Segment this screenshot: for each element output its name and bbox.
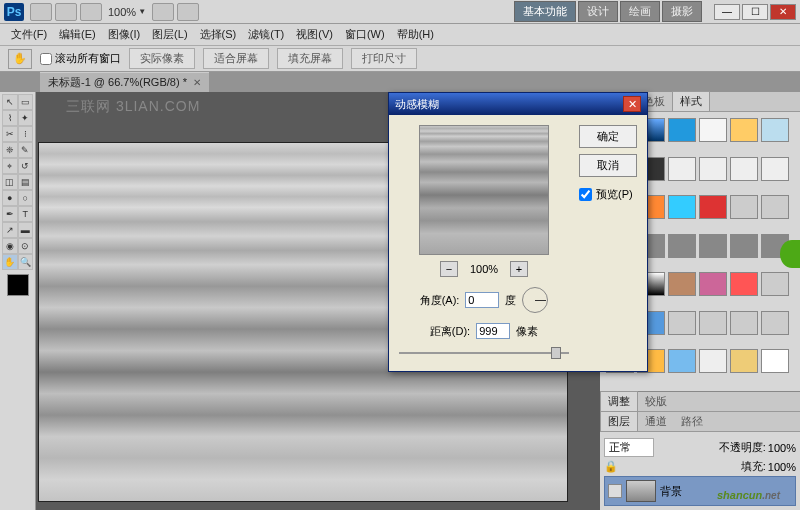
blend-mode-select[interactable]: 正常 [604,438,654,457]
style-swatch[interactable] [761,118,789,142]
style-swatch[interactable] [761,272,789,296]
maximize-button[interactable]: ☐ [742,4,768,20]
menu-window[interactable]: 窗口(W) [340,25,390,44]
actual-pixels-button[interactable]: 实际像素 [129,48,195,69]
style-swatch[interactable] [730,157,758,181]
hand-icon[interactable] [152,3,174,21]
style-swatch[interactable] [730,234,758,258]
foreground-color[interactable] [7,274,29,296]
distance-slider[interactable] [399,345,569,361]
close-button[interactable]: ✕ [770,4,796,20]
heal-tool[interactable]: ❈ [2,142,18,158]
preview-checkbox[interactable]: 预览(P) [579,187,637,202]
style-swatch[interactable] [730,349,758,373]
workspace-tab-photography[interactable]: 摄影 [662,1,702,22]
tab-layers[interactable]: 图层 [600,411,638,431]
style-swatch[interactable] [699,272,727,296]
stamp-tool[interactable]: ⌖ [2,158,18,174]
zoom-dropdown[interactable]: 100%▼ [108,6,146,18]
style-swatch[interactable] [668,311,696,335]
menu-file[interactable]: 文件(F) [6,25,52,44]
tab-styles[interactable]: 样式 [672,91,710,111]
ok-button[interactable]: 确定 [579,125,637,148]
cancel-button[interactable]: 取消 [579,154,637,177]
camera-tool[interactable]: ⊙ [18,238,34,254]
dialog-titlebar[interactable]: 动感模糊 ✕ [389,93,647,115]
style-swatch[interactable] [730,311,758,335]
hand-tool-icon[interactable]: ✋ [8,49,32,69]
filter-preview[interactable] [419,125,549,255]
style-swatch[interactable] [699,195,727,219]
style-swatch[interactable] [668,272,696,296]
close-icon[interactable]: ✕ [193,77,201,88]
crop-tool[interactable]: ✂ [2,126,18,142]
style-swatch[interactable] [730,272,758,296]
path-tool[interactable]: ↗ [2,222,18,238]
style-swatch[interactable] [699,349,727,373]
style-swatch[interactable] [761,311,789,335]
style-swatch[interactable] [699,234,727,258]
scroll-all-checkbox[interactable]: 滚动所有窗口 [40,51,121,66]
zoom-in-button[interactable]: + [510,261,528,277]
tab-adjustments[interactable]: 调整 [600,391,638,411]
3d-tool[interactable]: ◉ [2,238,18,254]
minibridge-icon[interactable] [55,3,77,21]
pen-tool[interactable]: ✒ [2,206,18,222]
style-swatch[interactable] [761,349,789,373]
minimize-button[interactable]: — [714,4,740,20]
menu-edit[interactable]: 编辑(E) [54,25,101,44]
wand-tool[interactable]: ✦ [18,110,34,126]
style-swatch[interactable] [730,118,758,142]
style-swatch[interactable] [668,118,696,142]
menu-filter[interactable]: 滤镜(T) [243,25,289,44]
eraser-tool[interactable]: ◫ [2,174,18,190]
zoom-icon[interactable] [177,3,199,21]
workspace-tab-painting[interactable]: 绘画 [620,1,660,22]
menu-help[interactable]: 帮助(H) [392,25,439,44]
fill-screen-button[interactable]: 填充屏幕 [277,48,343,69]
zoom-out-button[interactable]: − [440,261,458,277]
move-tool[interactable]: ↖ [2,94,18,110]
menu-layer[interactable]: 图层(L) [147,25,192,44]
menu-image[interactable]: 图像(I) [103,25,145,44]
layout-icon[interactable] [80,3,102,21]
history-brush-tool[interactable]: ↺ [18,158,34,174]
print-size-button[interactable]: 打印尺寸 [351,48,417,69]
style-swatch[interactable] [699,157,727,181]
menu-select[interactable]: 选择(S) [195,25,242,44]
document-tab[interactable]: 未标题-1 @ 66.7%(RGB/8) *✕ [40,72,209,92]
marquee-tool[interactable]: ▭ [18,94,34,110]
gradient-tool[interactable]: ▤ [18,174,34,190]
tab-masks[interactable]: 较版 [638,392,674,411]
lock-icons[interactable]: 🔒 [604,460,618,473]
fit-screen-button[interactable]: 适合屏幕 [203,48,269,69]
tab-paths[interactable]: 路径 [674,412,710,431]
workspace-tab-essentials[interactable]: 基本功能 [514,1,576,22]
style-swatch[interactable] [699,311,727,335]
style-swatch[interactable] [699,118,727,142]
style-swatch[interactable] [668,195,696,219]
fill-value[interactable]: 100% [768,461,796,473]
style-swatch[interactable] [668,234,696,258]
style-swatch[interactable] [761,195,789,219]
tab-channels[interactable]: 通道 [638,412,674,431]
zoom-tool[interactable]: 🔍 [18,254,34,270]
lasso-tool[interactable]: ⌇ [2,110,18,126]
workspace-tab-design[interactable]: 设计 [578,1,618,22]
style-swatch[interactable] [668,157,696,181]
bridge-icon[interactable] [30,3,52,21]
style-swatch[interactable] [668,349,696,373]
shape-tool[interactable]: ▬ [18,222,34,238]
angle-dial[interactable] [522,287,548,313]
opacity-value[interactable]: 100% [768,442,796,454]
eyedropper-tool[interactable]: ⁝ [18,126,34,142]
hand-tool[interactable]: ✋ [2,254,18,270]
brush-tool[interactable]: ✎ [18,142,34,158]
dodge-tool[interactable]: ○ [18,190,34,206]
visibility-icon[interactable] [608,484,622,498]
slider-thumb[interactable] [551,347,561,359]
menu-view[interactable]: 视图(V) [291,25,338,44]
distance-input[interactable] [476,323,510,339]
dialog-close-button[interactable]: ✕ [623,96,641,112]
angle-input[interactable] [465,292,499,308]
